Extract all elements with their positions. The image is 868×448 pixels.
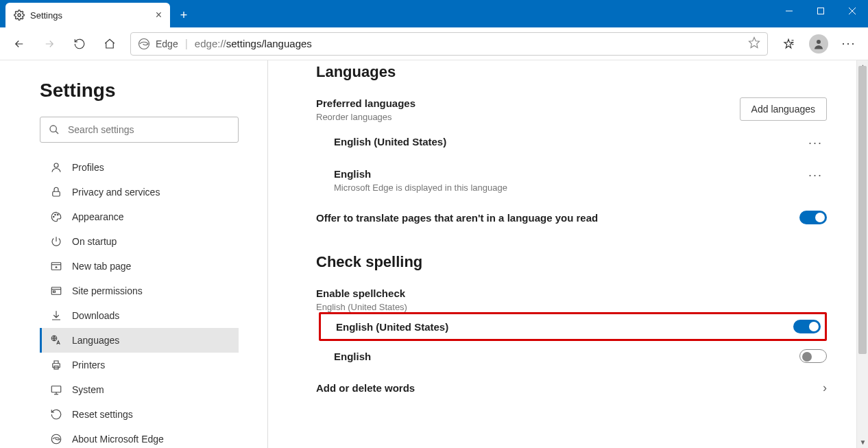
sidebar-item-newtab[interactable]: New tab page <box>40 254 239 279</box>
sidebar-item-profiles[interactable]: Profiles <box>40 155 239 180</box>
svg-point-12 <box>50 126 56 132</box>
preferred-languages-header: Preferred languages Reorder languages Ad… <box>316 97 827 122</box>
spellcheck-item-highlighted: English (United States) <box>319 312 827 341</box>
svg-point-18 <box>58 214 59 215</box>
check-spelling-heading: Check spelling <box>316 253 827 271</box>
svg-rect-15 <box>53 191 60 196</box>
address-separator: | <box>185 38 188 50</box>
translate-toggle[interactable] <box>799 211 827 224</box>
language-subtext: Microsoft Edge is displayed in this lang… <box>334 182 507 193</box>
svg-rect-2 <box>818 8 824 14</box>
home-button[interactable] <box>96 30 123 58</box>
enable-spellcheck-hint: English (United States) <box>316 302 827 312</box>
languages-icon <box>50 334 62 346</box>
svg-line-13 <box>56 131 58 134</box>
scroll-down-arrow[interactable]: ▼ <box>857 436 868 448</box>
favorite-star-icon[interactable] <box>748 36 760 51</box>
spellcheck-toggle[interactable] <box>799 349 827 363</box>
address-bar[interactable]: Edge | edge://settings/languages <box>130 32 768 56</box>
preferred-title: Preferred languages <box>316 97 415 109</box>
svg-marker-7 <box>784 39 793 48</box>
palette-icon <box>50 211 62 223</box>
spellcheck-item: English <box>316 341 827 371</box>
profile-avatar[interactable] <box>809 34 828 54</box>
printer-icon <box>50 359 62 371</box>
sidebar-item-appearance[interactable]: Appearance <box>40 204 239 229</box>
language-more-icon[interactable]: ··· <box>804 168 827 182</box>
new-tab-button[interactable]: + <box>173 4 195 26</box>
language-item[interactable]: English Microsoft Edge is displayed in t… <box>316 158 827 201</box>
svg-rect-29 <box>51 386 61 392</box>
close-window-button[interactable] <box>836 0 868 22</box>
sidebar-item-startup[interactable]: On startup <box>40 229 239 254</box>
language-more-icon[interactable]: ··· <box>804 136 827 150</box>
sidebar-item-downloads[interactable]: Downloads <box>40 303 239 328</box>
address-url: edge://settings/languages <box>195 38 312 49</box>
window-titlebar: Settings × + <box>0 0 868 27</box>
close-tab-icon[interactable]: × <box>156 9 162 21</box>
chevron-right-icon: › <box>823 381 827 395</box>
search-settings-box[interactable] <box>40 117 239 143</box>
settings-sidebar: Settings Profiles Privacy and services A… <box>0 60 267 448</box>
svg-point-16 <box>53 216 55 217</box>
minimize-button[interactable] <box>773 0 805 22</box>
language-name: English (United States) <box>334 136 446 148</box>
edge-icon <box>138 38 150 50</box>
browser-tab[interactable]: Settings × <box>5 3 170 27</box>
gear-icon <box>14 10 25 21</box>
sidebar-item-system[interactable]: System <box>40 377 239 402</box>
menu-button[interactable]: ··· <box>835 30 863 58</box>
languages-heading: Languages <box>316 63 827 81</box>
address-app-label: Edge <box>156 38 178 49</box>
permissions-icon <box>50 285 62 297</box>
svg-point-17 <box>55 214 56 215</box>
search-icon <box>49 124 60 135</box>
sidebar-item-languages[interactable]: Languages <box>40 328 239 353</box>
add-delete-words-label: Add or delete words <box>316 382 415 394</box>
tab-title: Settings <box>30 10 62 21</box>
back-button[interactable] <box>5 30 33 58</box>
language-name: English <box>334 168 507 180</box>
download-icon <box>50 309 62 322</box>
newtab-icon <box>50 260 62 272</box>
preferred-hint: Reorder languages <box>316 112 415 122</box>
person-icon <box>50 161 62 174</box>
settings-nav: Profiles Privacy and services Appearance… <box>40 155 267 448</box>
reset-icon <box>50 408 62 421</box>
sidebar-item-printers[interactable]: Printers <box>40 353 239 377</box>
settings-title: Settings <box>40 80 267 102</box>
browser-toolbar: Edge | edge://settings/languages ··· <box>0 27 868 60</box>
svg-rect-25 <box>53 291 56 292</box>
system-icon <box>50 384 62 396</box>
scrollbar-thumb[interactable] <box>858 66 867 354</box>
maximize-button[interactable] <box>805 0 836 22</box>
favorites-button[interactable] <box>775 30 802 58</box>
sidebar-item-about[interactable]: About Microsoft Edge <box>40 427 239 448</box>
spellcheck-toggle[interactable] <box>793 320 821 333</box>
sidebar-item-reset[interactable]: Reset settings <box>40 402 239 427</box>
add-languages-button[interactable]: Add languages <box>740 97 827 121</box>
enable-spellcheck-title: Enable spellcheck <box>316 287 827 299</box>
spellcheck-lang-name: English (United States) <box>336 321 448 333</box>
svg-point-11 <box>817 40 821 44</box>
translate-setting-row: Offer to translate pages that aren't in … <box>316 201 827 234</box>
window-controls <box>773 0 868 22</box>
svg-point-14 <box>54 163 58 167</box>
translate-label: Offer to translate pages that aren't in … <box>316 212 598 224</box>
svg-marker-6 <box>749 37 760 47</box>
language-item[interactable]: English (United States) ··· <box>316 126 827 158</box>
refresh-button[interactable] <box>66 30 93 58</box>
settings-content: Languages Preferred languages Reorder la… <box>268 60 868 448</box>
svg-point-0 <box>18 14 21 16</box>
power-icon <box>50 235 62 248</box>
lock-icon <box>50 186 62 198</box>
search-input[interactable] <box>68 124 230 135</box>
edge-brand-icon <box>50 433 62 445</box>
svg-rect-27 <box>53 364 60 368</box>
sidebar-item-privacy[interactable]: Privacy and services <box>40 180 239 204</box>
add-delete-words-row[interactable]: Add or delete words › <box>316 371 827 405</box>
forward-button[interactable] <box>36 30 63 58</box>
main-area: Settings Profiles Privacy and services A… <box>0 60 868 448</box>
vertical-scrollbar[interactable]: ▲ ▼ <box>856 60 868 448</box>
sidebar-item-site-permissions[interactable]: Site permissions <box>40 279 239 303</box>
